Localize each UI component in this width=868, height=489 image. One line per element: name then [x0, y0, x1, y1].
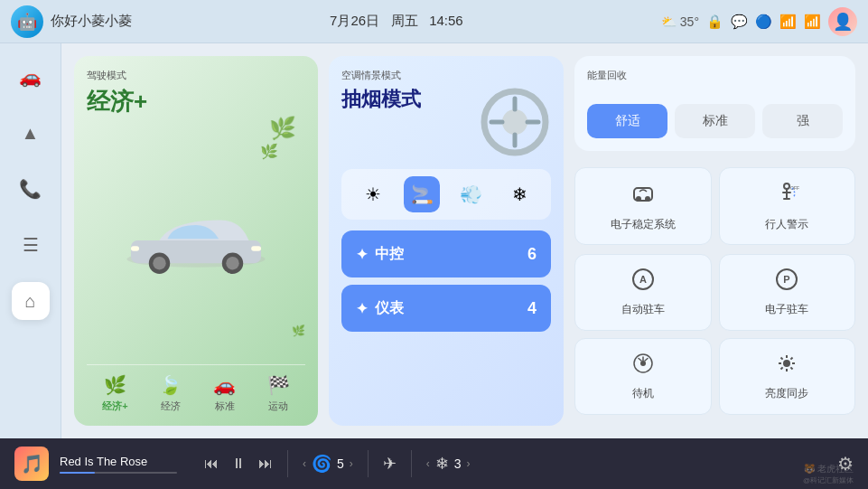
ac-decrease-button[interactable]: ‹ — [426, 457, 430, 470]
mode-eco[interactable]: 🍃 经济 — [159, 374, 182, 413]
function-grid: 电子稳定系统 OFF 行人警示 — [574, 167, 855, 245]
car-image — [115, 200, 277, 281]
weather-info: ⛅ 35° — [661, 14, 699, 29]
control-buttons: ✦ 中控 6 ✦ 仪表 4 — [341, 230, 551, 413]
sidebar-item-media[interactable]: ☰ — [12, 226, 50, 264]
mode-icons-row: 🌿 经济+ 🍃 经济 🚗 标准 🏁 运动 — [87, 364, 305, 413]
bluetooth-icon: 🔵 — [755, 14, 772, 30]
energy-label: 能量回收 — [587, 69, 843, 82]
svg-text:OFF: OFF — [790, 185, 799, 191]
weather-icon: ⛅ — [661, 14, 677, 29]
park-btn-brightness[interactable]: 亮度同步 — [719, 338, 856, 415]
park-btn-standby[interactable]: 待机 — [574, 338, 712, 415]
sport-label: 运动 — [268, 400, 288, 413]
direction-control-group: ✈ — [383, 454, 397, 474]
ac-mode-snow[interactable]: ❄ — [501, 176, 537, 212]
direction-icon: ✈ — [383, 454, 397, 474]
content-area: 驾驶模式 经济+ 🌿 🌿 🌿 — [61, 43, 868, 438]
dashboard-count: 4 — [527, 299, 537, 318]
sidebar-item-home[interactable]: ⌂ — [12, 282, 50, 320]
sidebar-item-phone[interactable]: 📞 — [12, 170, 50, 208]
brightness-icon — [775, 352, 798, 381]
epb-label: 电子驻车 — [765, 302, 808, 317]
central-count: 6 — [527, 245, 537, 264]
pedestrian-label: 行人警示 — [765, 217, 808, 232]
ctrl-btn-dashboard-left: ✦ 仪表 — [356, 299, 404, 318]
park-btn-epb[interactable]: P 电子驻车 — [719, 254, 856, 331]
ctrl-btn-dashboard[interactable]: ✦ 仪表 4 — [341, 285, 551, 332]
svg-point-29 — [502, 109, 527, 135]
greeting-text: 你好小菱小菱 — [51, 13, 132, 30]
sidebar: 🚗 ▲ 📞 ☰ ⌂ — [0, 43, 61, 438]
svg-rect-7 — [131, 246, 139, 250]
sidebar-item-nav[interactable]: ▲ — [12, 114, 50, 152]
eco-icon: 🍃 — [159, 374, 182, 396]
energy-btn-strong[interactable]: 强 — [762, 104, 843, 138]
park-btn-auto[interactable]: A 自动驻车 — [574, 254, 712, 331]
ctrl-btn-central-left: ✦ 中控 — [356, 245, 404, 264]
fan-increase-button[interactable]: › — [350, 457, 353, 470]
center-column: 能量回收 舒适 标准 强 — [574, 56, 855, 415]
func-btn-pedestrian[interactable]: OFF 行人警示 — [719, 167, 856, 245]
energy-btn-standard[interactable]: 标准 — [675, 104, 755, 138]
dashboard-label: 仪表 — [375, 299, 404, 318]
brightness-label: 亮度同步 — [765, 386, 808, 401]
divider-1 — [287, 450, 288, 477]
next-button[interactable]: ⏭ — [258, 456, 273, 472]
prev-button[interactable]: ⏮ — [204, 456, 219, 472]
svg-point-5 — [226, 257, 238, 269]
music-progress-fill — [60, 472, 95, 474]
mode-standard[interactable]: 🚗 标准 — [213, 374, 236, 413]
svg-text:P: P — [784, 274, 790, 285]
avatar[interactable]: 👤 — [828, 7, 857, 36]
ctrl-btn-central[interactable]: ✦ 中控 6 — [341, 230, 551, 277]
ac-mode-sun[interactable]: ☀ — [355, 176, 391, 212]
central-label: 中控 — [375, 245, 404, 264]
standard-icon: 🚗 — [213, 374, 236, 396]
svg-point-18 — [640, 361, 646, 366]
func-btn-stability[interactable]: 电子稳定系统 — [574, 167, 712, 245]
steering-wheel-image — [479, 86, 551, 158]
pedestrian-icon: OFF — [774, 181, 799, 212]
drive-mode-card: 驾驶模式 经济+ 🌿 🌿 🌿 — [74, 56, 318, 426]
svg-point-9 — [636, 196, 641, 202]
mode-eco-plus[interactable]: 🌿 经济+ — [102, 374, 127, 413]
ac-mode-wind[interactable]: 💨 — [453, 176, 489, 212]
dashboard-icon: ✦ — [356, 300, 368, 317]
epb-icon: P — [775, 268, 798, 296]
ac-icon: ❄ — [435, 454, 449, 474]
top-bar-left: 🤖 你好小菱小菱 — [11, 5, 132, 38]
svg-line-25 — [791, 367, 793, 369]
ac-mode-smoke[interactable]: 🚬 — [404, 176, 440, 212]
energy-btn-comfortable[interactable]: 舒适 — [587, 104, 667, 138]
ac-info: 抽烟模式 — [341, 86, 470, 113]
music-title: Red Is The Rose — [60, 455, 186, 468]
ac-value: 3 — [454, 456, 462, 471]
main-layout: 🚗 ▲ 📞 ☰ ⌂ 驾驶模式 经济+ 🌿 🌿 🌿 — [0, 43, 868, 438]
ac-increase-button[interactable]: › — [467, 457, 471, 470]
energy-card-top: 能量回收 — [587, 69, 843, 86]
lock-icon: 🔒 — [706, 14, 723, 30]
play-pause-button[interactable]: ⏸ — [231, 456, 246, 472]
message-icon: 💬 — [731, 14, 748, 30]
sport-icon: 🏁 — [267, 374, 290, 396]
watermark: 🐯 老虎社区 @科记汇新媒体 — [803, 463, 854, 485]
mode-sport[interactable]: 🏁 运动 — [267, 374, 290, 413]
temperature: 35° — [680, 14, 699, 29]
fan-icon: 🌀 — [312, 454, 331, 474]
fan-decrease-button[interactable]: ‹ — [303, 457, 306, 470]
sidebar-item-car[interactable]: 🚗 — [12, 58, 50, 96]
svg-rect-6 — [251, 246, 261, 250]
ac-control-group: ‹ ❄ 3 › — [426, 454, 471, 474]
wifi-icon: 📶 — [779, 14, 797, 30]
divider-2 — [368, 450, 369, 477]
car-image-area: 🌿 🌿 🌿 — [87, 125, 305, 355]
eco-label: 经济 — [161, 400, 181, 413]
ac-card: 空调情景模式 抽烟模式 ☀ 🚬 💨 — [329, 56, 564, 426]
eco-plus-label: 经济+ — [102, 400, 127, 413]
parking-row: A 自动驻车 P 电子驻车 — [574, 254, 855, 415]
auto-park-icon: A — [631, 268, 655, 296]
leaf-deco-2: 🌿 — [260, 143, 278, 160]
top-bar-right: ⛅ 35° 🔒 💬 🔵 📶 📶 👤 — [661, 7, 857, 36]
drive-mode-title: 经济+ — [87, 86, 305, 118]
